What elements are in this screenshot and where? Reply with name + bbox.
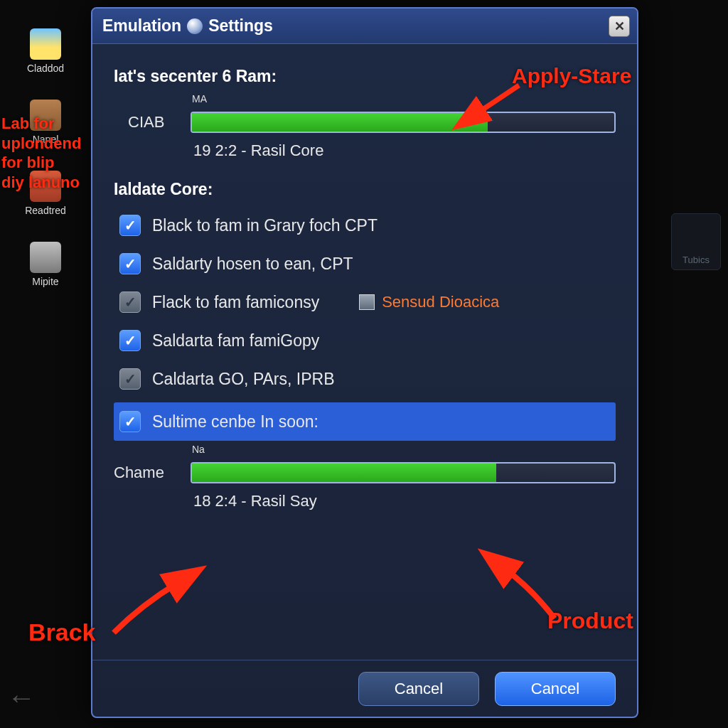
dialog-titlebar[interactable]: Emulation Settings ✕ [92, 9, 637, 44]
app-icon [30, 242, 61, 273]
desktop-icon[interactable]: Readtred [20, 171, 71, 216]
button-label: Cancel [395, 680, 443, 698]
checkbox-icon[interactable]: ✓ [119, 291, 141, 313]
checkbox-icon[interactable]: ✓ [119, 411, 141, 432]
checkbox-label: Sultime cenbe In soon: [152, 412, 318, 432]
checkbox-icon[interactable]: ✓ [119, 215, 141, 236]
dialog-title-a: Emulation [102, 16, 181, 36]
picture-icon [30, 28, 61, 60]
close-button[interactable]: ✕ [609, 16, 630, 37]
sidebar-badge[interactable]: Tubics [671, 213, 721, 270]
checkbox-icon[interactable]: ✓ [119, 368, 141, 390]
core-checklist: ✓ Black to fam in Grary foch CPT ✓ Salda… [114, 206, 616, 510]
desktop-icon-label: Readtred [20, 205, 71, 216]
checkbox-row[interactable]: ✓ Flack to fam famiconsy Sensud Dioacica [114, 283, 616, 321]
slider-label: CIAB [128, 113, 178, 132]
app-icon [30, 100, 61, 131]
checkbox-label: Saldarta fam famiGopy [152, 331, 319, 350]
button-label: Cancel [531, 680, 579, 698]
slider-caption: 18 2:4 - Rasil Say [193, 492, 616, 510]
slider-fill [192, 464, 496, 482]
checkbox-row-highlighted[interactable]: ✓ Sultime cenbe In soon: [114, 402, 616, 441]
ram-slider-row: MA CIAB 19 2:2 - Rasil Core [128, 93, 616, 160]
desktop-icon[interactable]: Claddod [20, 28, 71, 74]
close-icon: ✕ [614, 18, 625, 34]
checkbox-icon[interactable]: ✓ [119, 330, 141, 351]
side-option-label: Sensud Dioacica [382, 293, 499, 311]
side-option[interactable]: Sensud Dioacica [359, 293, 499, 311]
sidebar-badge-label: Tubics [682, 255, 710, 265]
cancel-button[interactable]: Cancel [358, 672, 479, 706]
checkbox-row[interactable]: ✓ Black to fam in Grary foch CPT [114, 206, 616, 245]
chame-slider[interactable] [191, 462, 616, 483]
section-heading: Iat's secenter 6 Ram: [114, 67, 616, 86]
checkbox-label: Saldarty hosen to ean, CPT [152, 255, 353, 274]
slider-mini-label: Na [192, 444, 616, 455]
desktop-icon-label: Claddod [20, 63, 71, 74]
desktop-icon[interactable]: Nanel [20, 100, 71, 145]
slider-caption: 19 2:2 - Rasil Core [193, 141, 616, 160]
back-arrow-icon[interactable]: ← [7, 682, 36, 714]
dialog-content: Iat's secenter 6 Ram: MA CIAB 19 2:2 - R… [92, 44, 637, 660]
slider-label: Chame [114, 464, 178, 482]
checkbox-icon[interactable]: ✓ [119, 253, 141, 274]
dialog-title: Emulation Settings [102, 16, 273, 36]
gear-icon [187, 18, 203, 34]
app-icon [30, 171, 61, 202]
slider-fill [192, 113, 488, 132]
dialog-footer: Cancel Cancel [92, 660, 637, 717]
slider-mini-label: MA [192, 93, 616, 105]
checkbox-row[interactable]: ✓ Saldarta fam famiGopy [114, 321, 616, 360]
dialog-title-b: Settings [208, 16, 273, 36]
chame-slider-row: Na Chame 18 2:4 - Rasil Say [114, 444, 616, 510]
checkbox-row[interactable]: ✓ Caldarta GO, PArs, IPRB [114, 360, 616, 398]
desktop-icon-label: Mipite [20, 276, 71, 287]
settings-dialog: Emulation Settings ✕ Iat's secenter 6 Ra… [91, 7, 638, 718]
desktop-icon-label: Nanel [20, 134, 71, 145]
checkbox-row[interactable]: ✓ Saldarty hosen to ean, CPT [114, 245, 616, 283]
checkbox-label: Caldarta GO, PArs, IPRB [152, 370, 334, 389]
ram-slider[interactable] [191, 112, 616, 133]
checkbox-label: Black to fam in Grary foch CPT [152, 216, 378, 235]
checkbox-icon[interactable] [359, 294, 375, 310]
ok-button[interactable]: Cancel [495, 672, 616, 706]
desktop-icon[interactable]: Mipite [20, 242, 71, 287]
checkbox-label: Flack to fam famiconsy [152, 293, 319, 312]
section-heading: Ialdate Core: [114, 180, 616, 199]
